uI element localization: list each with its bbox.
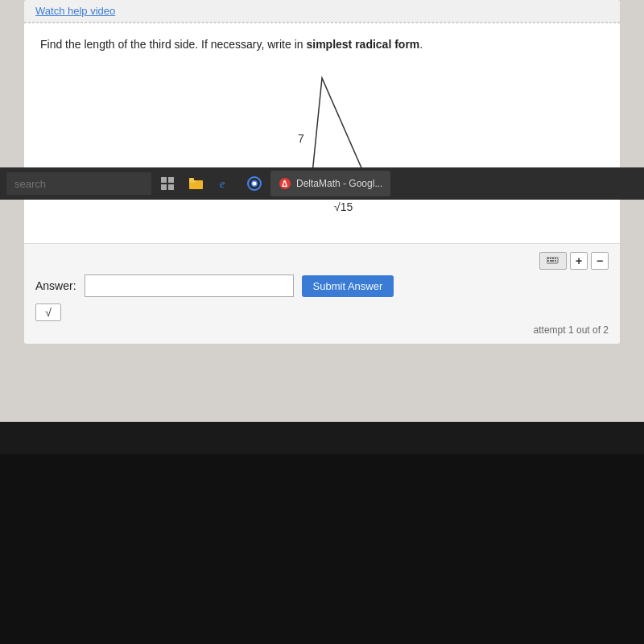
dark-area bbox=[0, 454, 644, 644]
svg-point-22 bbox=[253, 182, 257, 186]
zoom-out-icon[interactable]: − bbox=[591, 252, 609, 270]
sqrt-button[interactable]: √ bbox=[35, 303, 61, 321]
svg-text:7: 7 bbox=[298, 132, 304, 145]
sqrt-row: √ bbox=[35, 303, 609, 321]
deltamath-taskbar-app[interactable]: Δ DeltaMath - Googl... bbox=[270, 171, 390, 196]
svg-rect-13 bbox=[168, 177, 174, 183]
keyboard-icon[interactable] bbox=[539, 252, 567, 270]
svg-rect-11 bbox=[555, 260, 556, 262]
question-text: Find the length of the third side. If ne… bbox=[40, 36, 604, 53]
triangle-svg: 7 √15 bbox=[250, 70, 394, 231]
svg-rect-8 bbox=[555, 258, 556, 259]
chrome-icon[interactable] bbox=[242, 171, 267, 196]
svg-rect-18 bbox=[189, 178, 194, 181]
svg-rect-15 bbox=[168, 184, 174, 190]
svg-rect-9 bbox=[547, 260, 549, 262]
file-explorer-icon[interactable] bbox=[184, 171, 209, 196]
answer-section: + − Answer: Submit Answer √ attempt 1 ou… bbox=[24, 243, 620, 344]
svg-text:e: e bbox=[220, 178, 225, 190]
svg-rect-14 bbox=[161, 184, 167, 190]
taskbar-search[interactable] bbox=[6, 172, 151, 195]
svg-rect-12 bbox=[161, 177, 167, 183]
svg-rect-7 bbox=[552, 258, 554, 259]
submit-button[interactable]: Submit Answer bbox=[302, 275, 394, 297]
taskbar: e Δ DeltaMath - Googl... bbox=[0, 167, 644, 200]
attempt-text: attempt 1 out of 2 bbox=[35, 324, 609, 336]
answer-row: Answer: Submit Answer bbox=[35, 275, 609, 297]
svg-rect-10 bbox=[550, 260, 554, 262]
svg-rect-5 bbox=[547, 258, 549, 259]
answer-label: Answer: bbox=[35, 279, 76, 292]
svg-text:√15: √15 bbox=[334, 200, 353, 213]
zoom-in-icon[interactable]: + bbox=[570, 252, 588, 270]
answer-input[interactable] bbox=[85, 275, 294, 297]
triangle-diagram: 7 √15 bbox=[40, 66, 604, 243]
icons-row: + − bbox=[35, 252, 609, 270]
taskbar-app-label: DeltaMath - Googl... bbox=[296, 178, 382, 189]
header-title: Watch help video bbox=[35, 5, 115, 17]
question-area: Find the length of the third side. If ne… bbox=[24, 23, 620, 243]
start-menu-icon[interactable] bbox=[155, 171, 180, 196]
svg-text:Δ: Δ bbox=[282, 180, 287, 188]
svg-rect-6 bbox=[550, 258, 551, 259]
header-bar: Watch help video bbox=[24, 0, 620, 23]
edge-browser-icon[interactable]: e bbox=[213, 171, 238, 196]
